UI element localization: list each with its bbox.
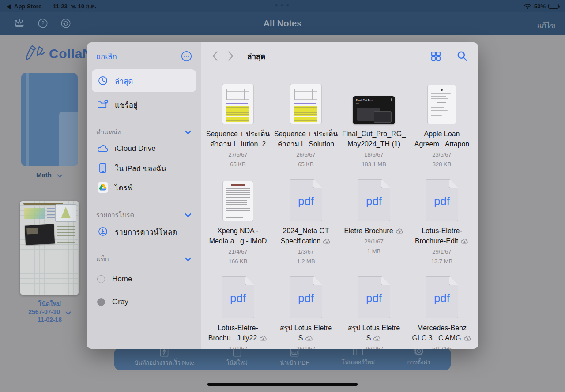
chevron-down-icon [65, 311, 71, 315]
folder-math[interactable] [21, 73, 78, 166]
file-date: 26/6/67 [296, 151, 315, 158]
document-thumbnail [222, 84, 254, 124]
file-item[interactable]: pdfสรุป Lotus EletreS26/1/67 [272, 275, 340, 349]
file-item[interactable]: pdfLotus-Eletre-Brochu...July2227/1/67 [204, 275, 272, 349]
sidebar-section-header[interactable]: ตำแหน่ง [87, 126, 201, 139]
battery-icon [548, 4, 559, 9]
sidebar-item-download-circle[interactable]: รายการดาวน์โหลด [87, 222, 201, 241]
pdf-thumbnail: pdf [290, 276, 322, 318]
pdf-thumbnail: pdf [426, 276, 458, 318]
chevron-down-icon [57, 174, 63, 178]
file-item[interactable]: pdfสรุป Lotus EletreS26/1/67 [340, 275, 408, 349]
back-to-app-icon[interactable]: ◀ [6, 3, 11, 10]
svg-text:PDF: PDF [292, 352, 297, 354]
file-name: Sequence + ประเด็นคำถาม i...Solution [274, 129, 338, 149]
file-name: Final_Cut_Pro_RG_May2024_TH (1) [342, 129, 406, 149]
file-size: 328 KB [433, 161, 452, 168]
import-pdf-icon: PDF [288, 351, 301, 358]
toolbar-item-new-note[interactable]: โน้ตใหม่ [226, 351, 248, 367]
file-size: 65 KB [230, 161, 245, 168]
file-name: Xpeng NDA -Media a...g - iMoD [209, 226, 267, 246]
file-size: 13.7 MB [431, 258, 452, 265]
file-date: 27/6/67 [228, 151, 247, 158]
file-size: 1 MB [367, 248, 380, 254]
tag-color-dot [97, 275, 105, 283]
search-icon[interactable] [456, 50, 468, 62]
toolbar-item-quick-note[interactable]: บันทึกอย่างรวดเร็ว Note [135, 351, 194, 367]
file-item[interactable]: pdfLotus-Eletre-Brochure-Edit29/1/6713.7… [408, 178, 476, 275]
status-date: พ. 10 ก.ค. [71, 2, 97, 11]
folder-math-label[interactable]: Math [21, 171, 78, 179]
forward-icon[interactable] [228, 51, 234, 61]
toolbar-item-label: บันทึกอย่างรวดเร็ว Note [135, 358, 194, 367]
toolbar-item-settings[interactable]: การตั้งค่า [407, 351, 430, 367]
clock-icon [97, 75, 109, 86]
chevron-down-icon [185, 130, 192, 134]
file-name: Apple LoanAgreem...Attapon [414, 129, 470, 149]
file-item[interactable]: pdf2024_Neta GTSpecification1/3/671.2 MB [272, 178, 340, 275]
file-name: สรุป Lotus EletreS [348, 323, 400, 343]
home-indicator[interactable] [207, 383, 358, 386]
edit-button[interactable]: แก้ไข [537, 19, 555, 31]
video-thumbnail: Final Cut Pro●●● [353, 96, 395, 124]
chevron-down-icon [185, 257, 192, 261]
sidebar-item-cloud[interactable]: iCloud Drive [87, 139, 201, 158]
file-date: 21/4/67 [228, 248, 247, 255]
sidebar-tag-home[interactable]: Home [87, 269, 201, 289]
file-date: 1/3/67 [298, 248, 314, 255]
new-note-icon [231, 351, 243, 358]
view-options-icon[interactable] [430, 51, 441, 62]
sidebar-item-shared-folder[interactable]: แชร์อยู่ [87, 95, 201, 114]
sidebar-item-ipad[interactable]: ใน iPad ของฉัน [87, 158, 201, 178]
google-drive-icon [97, 182, 109, 193]
download-circle-icon [97, 226, 109, 237]
back-icon[interactable] [212, 51, 218, 61]
status-time: 11:23 [53, 3, 68, 10]
picker-sidebar: ยกเลิก ล่าสุดแชร์อยู่ตำแหน่งiCloud Drive… [87, 42, 201, 349]
file-item[interactable]: Sequence + ประเด็นคำถาม i...Solution26/6… [272, 81, 340, 178]
file-item[interactable]: Xpeng NDA -Media a...g - iMoD21/4/67166 … [204, 178, 272, 275]
battery-percent: 53% [534, 3, 546, 10]
sidebar-item-clock[interactable]: ล่าสุด [92, 69, 196, 92]
toolbar-item-import-pdf[interactable]: PDFนำเข้า PDF [280, 351, 309, 367]
pdf-thumbnail: pdf [358, 276, 390, 318]
file-item[interactable]: Sequence + ประเด็นคำถาม i...lution 227/6… [204, 81, 272, 178]
more-options-icon[interactable] [181, 50, 192, 62]
toolbar-item-new-folder[interactable]: โฟลเดอร์ใหม่ [342, 351, 375, 367]
note-thumbnail[interactable] [20, 201, 79, 295]
toolbar-item-label: นำเข้า PDF [280, 358, 309, 367]
pdf-thumbnail: pdf [426, 179, 458, 221]
file-picker-modal: ยกเลิก ล่าสุดแชร์อยู่ตำแหน่งiCloud Drive… [87, 42, 478, 349]
pdf-thumbnail: pdf [358, 179, 390, 221]
quick-note-icon [158, 351, 170, 358]
bottom-toolbar: บันทึกอย่างรวดเร็ว Noteโน้ตใหม่PDFนำเข้า… [114, 347, 451, 370]
wifi-icon [524, 4, 531, 9]
page-title: All Notes [0, 19, 565, 29]
document-thumbnail [222, 181, 253, 221]
file-item[interactable]: pdfMercedes-BenzGLC 3...C AMG6/12/66 [408, 275, 476, 349]
back-to-app-label[interactable]: App Store [14, 3, 41, 10]
sidebar-item-google-drive[interactable]: ไดรฟ์ [87, 178, 201, 197]
file-name: 2024_Neta GTSpecification [281, 226, 331, 246]
cancel-button[interactable]: ยกเลิก [96, 50, 117, 62]
file-date: 26/1/67 [296, 345, 315, 349]
multitasking-dots[interactable]: ● ● ● [275, 3, 290, 7]
chevron-down-icon [185, 213, 192, 217]
file-item[interactable]: Final Cut Pro●●●Final_Cut_Pro_RG_May2024… [340, 81, 408, 178]
sidebar-section-header[interactable]: แท็ก [87, 253, 201, 266]
pdf-thumbnail: pdf [222, 276, 254, 318]
sidebar-section-header[interactable]: รายการโปรด [87, 209, 201, 222]
toolbar-item-label: การตั้งค่า [407, 358, 430, 367]
pencils-icon [24, 45, 47, 63]
sidebar-tag-gray[interactable]: Gray [87, 292, 201, 312]
pdf-thumbnail: pdf [290, 179, 322, 221]
new-folder-icon [352, 351, 364, 357]
file-item[interactable]: pdfEletre Brochure29/1/671 MB [340, 178, 408, 275]
file-name: Sequence + ประเด็นคำถาม i...lution 2 [206, 129, 270, 149]
file-item[interactable]: Apple LoanAgreem...Attapon23/5/67328 KB [408, 81, 476, 178]
picker-content: ล่าสุด Sequence + ประเด็นคำถาม i...lutio… [201, 42, 478, 349]
file-name: Mercedes-BenzGLC 3...C AMG [412, 323, 471, 343]
toolbar-item-label: โน้ตใหม่ [226, 358, 248, 367]
brand-name: CollaN [49, 46, 92, 61]
note-caption[interactable]: โน้ตใหม่ 2567-07-10 11-02-18 [13, 300, 86, 324]
